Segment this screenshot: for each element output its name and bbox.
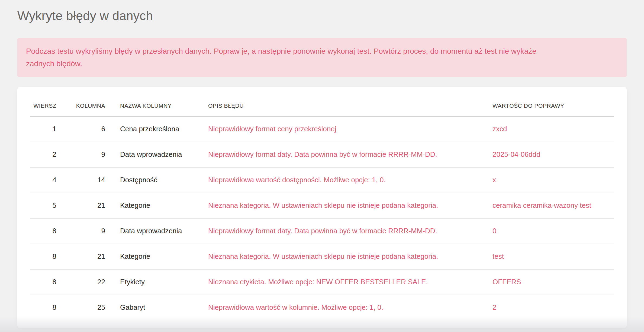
column-header-wiersz: WIERSZ (30, 100, 56, 116)
cell-opis-bledu: Nieznana kategoria. W ustawieniach sklep… (208, 193, 492, 218)
cell-wiersz: 8 (30, 244, 56, 269)
table-row: 1 6 Cena przekreślona Nieprawidłowy form… (30, 116, 614, 142)
page-title: Wykryte błędy w danych (17, 0, 627, 23)
cell-nazwa-kolumny: Kategorie (105, 244, 208, 269)
table-row: 8 25 Gabaryt Nieprawidłowa wartość w kol… (30, 295, 614, 320)
cell-nazwa-kolumny: Etykiety (105, 269, 208, 295)
table-row: 2 9 Data wprowadzenia Nieprawidłowy form… (30, 142, 614, 167)
cell-opis-bledu: Nieprawidłowa wartość dostępności. Możli… (208, 167, 492, 193)
cell-wiersz: 8 (30, 269, 56, 295)
cell-opis-bledu: Nieprawidłowy format daty. Data powinna … (208, 218, 492, 244)
table-row: 4 14 Dostępność Nieprawidłowa wartość do… (30, 167, 614, 193)
cell-wiersz: 8 (30, 295, 56, 320)
cell-nazwa-kolumny: Cena przekreślona (105, 116, 208, 142)
cell-kolumna: 14 (56, 167, 105, 193)
column-header-kolumna: KOLUMNA (56, 100, 105, 116)
cell-nazwa-kolumny: Data wprowadzenia (105, 218, 208, 244)
cell-wiersz: 8 (30, 218, 56, 244)
cell-wartosc-do-poprawy: x (492, 167, 614, 193)
error-alert-banner: Podczas testu wykryliśmy błędy w przesła… (17, 38, 627, 77)
cell-wartosc-do-poprawy: test (492, 244, 614, 269)
table-header-row: WIERSZ KOLUMNA NAZWA KOLUMNY OPIS BŁĘDU … (30, 100, 614, 116)
cell-wartosc-do-poprawy: OFFERS (492, 269, 614, 295)
cell-wiersz: 4 (30, 167, 56, 193)
cell-wartosc-do-poprawy: 0 (492, 218, 614, 244)
cell-opis-bledu: Nieznana etykieta. Możliwe opcje: NEW OF… (208, 269, 492, 295)
cell-nazwa-kolumny: Kategorie (105, 193, 208, 218)
cell-kolumna: 9 (56, 218, 105, 244)
table-row: 8 21 Kategorie Nieznana kategoria. W ust… (30, 244, 614, 269)
table-row: 8 9 Data wprowadzenia Nieprawidłowy form… (30, 218, 614, 244)
cell-opis-bledu: Nieprawidłowy format ceny przekreślonej (208, 116, 492, 142)
cell-kolumna: 21 (56, 244, 105, 269)
cell-opis-bledu: Nieznana kategoria. W ustawieniach sklep… (208, 244, 492, 269)
cell-opis-bledu: Nieprawidłowy format daty. Data powinna … (208, 142, 492, 167)
cell-wiersz: 1 (30, 116, 56, 142)
cell-wartosc-do-poprawy: ceramika ceramika-wazony test (492, 193, 614, 218)
cell-kolumna: 22 (56, 269, 105, 295)
column-header-wartosc-do-poprawy: WARTOŚĆ DO POPRAWY (492, 100, 614, 116)
column-header-nazwa-kolumny: NAZWA KOLUMNY (105, 100, 208, 116)
column-header-opis-bledu: OPIS BŁĘDU (208, 100, 492, 116)
cell-nazwa-kolumny: Dostępność (105, 167, 208, 193)
cell-opis-bledu: Nieprawidłowa wartość w kolumnie. Możliw… (208, 295, 492, 320)
cell-nazwa-kolumny: Data wprowadzenia (105, 142, 208, 167)
cell-wiersz: 5 (30, 193, 56, 218)
errors-card: WIERSZ KOLUMNA NAZWA KOLUMNY OPIS BŁĘDU … (17, 87, 627, 328)
cell-nazwa-kolumny: Gabaryt (105, 295, 208, 320)
table-row: 8 22 Etykiety Nieznana etykieta. Możliwe… (30, 269, 614, 295)
cell-kolumna: 9 (56, 142, 105, 167)
errors-table: WIERSZ KOLUMNA NAZWA KOLUMNY OPIS BŁĘDU … (30, 100, 614, 320)
alert-message-line-1: Podczas testu wykryliśmy błędy w przesła… (26, 45, 618, 58)
cell-wiersz: 2 (30, 142, 56, 167)
cell-wartosc-do-poprawy: 2025-04-06ddd (492, 142, 614, 167)
cell-kolumna: 25 (56, 295, 105, 320)
table-row: 5 21 Kategorie Nieznana kategoria. W ust… (30, 193, 614, 218)
error-report-page: Wykryte błędy w danych Podczas testu wyk… (0, 0, 644, 332)
cell-kolumna: 21 (56, 193, 105, 218)
cell-kolumna: 6 (56, 116, 105, 142)
alert-message-line-2: żadnych błędów. (26, 58, 618, 70)
cell-wartosc-do-poprawy: 2 (492, 295, 614, 320)
cell-wartosc-do-poprawy: zxcd (492, 116, 614, 142)
